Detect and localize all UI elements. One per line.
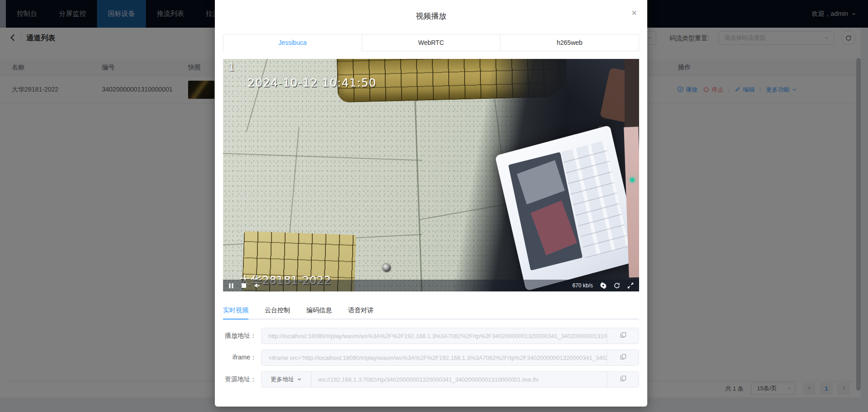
dialog-title: 视频播放 bbox=[215, 0, 647, 21]
osd-timestamp: 2024-10-12 10:41:50 bbox=[247, 76, 377, 89]
video-player[interactable]: 1 2024-10-12 10:41:50 大华28181-2022 670 k… bbox=[223, 59, 639, 291]
stream-info-tabs: 实时视频 云台控制 编码信息 语音对讲 bbox=[223, 301, 639, 320]
copy-play-url-button[interactable] bbox=[607, 328, 639, 344]
tab-jessibuca[interactable]: Jessibuca bbox=[223, 34, 362, 51]
tab-voice-intercom[interactable]: 语音对讲 bbox=[348, 301, 373, 320]
tab-ptz-control[interactable]: 云台控制 bbox=[265, 301, 290, 320]
iframe-label: iframe： bbox=[223, 354, 261, 362]
copy-icon bbox=[620, 332, 626, 340]
player-control-bar: 670 kb/s bbox=[223, 280, 639, 291]
iframe-input[interactable]: <iframe src="http://localhost:18080/#/pl… bbox=[262, 350, 607, 365]
tab-codec-info[interactable]: 编码信息 bbox=[306, 301, 332, 320]
video-play-dialog: 视频播放 × Jessibuca WebRTC h265web bbox=[215, 0, 647, 407]
fullscreen-icon[interactable] bbox=[627, 282, 634, 289]
copy-icon bbox=[620, 375, 626, 383]
resource-url-row: 资源地址： 更多地址 ws://192.168.1.3:7082/rtp/340… bbox=[223, 371, 639, 388]
copy-iframe-button[interactable] bbox=[607, 350, 639, 365]
stop-icon[interactable] bbox=[241, 283, 247, 288]
tab-webrtc[interactable]: WebRTC bbox=[362, 34, 500, 51]
osd-channel-number: 1 bbox=[228, 62, 235, 73]
resource-url-label: 资源地址： bbox=[223, 375, 261, 383]
address-fields: 播放地址： http://localhost:18080/#/play/wasm… bbox=[223, 328, 639, 388]
app: 控制台 分屏监控 国标设备 推流列表 拉流代理 欢迎，admin 通道列表 码流… bbox=[0, 0, 868, 412]
play-url-input[interactable]: http://localhost:18080/#/play/wasm/ws%3A… bbox=[262, 328, 607, 344]
tab-h265web[interactable]: h265web bbox=[500, 34, 639, 51]
copy-resource-url-button[interactable] bbox=[607, 372, 639, 387]
iframe-row: iframe： <iframe src="http://localhost:18… bbox=[223, 349, 639, 366]
copy-icon bbox=[620, 354, 626, 362]
settings-gear-icon[interactable] bbox=[600, 282, 606, 289]
player-type-tabs: Jessibuca WebRTC h265web bbox=[223, 34, 639, 51]
reload-icon[interactable] bbox=[614, 282, 620, 289]
play-url-label: 播放地址： bbox=[223, 332, 261, 340]
resource-url-input[interactable]: ws://192.168.1.3:7082/rtp/34020000001320… bbox=[311, 372, 607, 387]
play-url-row: 播放地址： http://localhost:18080/#/play/wasm… bbox=[223, 328, 639, 344]
tab-live-video[interactable]: 实时视频 bbox=[223, 301, 248, 320]
more-addresses-dropdown[interactable]: 更多地址 bbox=[262, 372, 311, 387]
close-icon[interactable]: × bbox=[629, 8, 639, 18]
volume-muted-icon[interactable] bbox=[254, 282, 260, 289]
bitrate-label: 670 kb/s bbox=[572, 282, 593, 289]
video-frame bbox=[223, 59, 639, 291]
pause-icon[interactable] bbox=[228, 283, 234, 289]
chevron-down-icon bbox=[297, 376, 302, 383]
